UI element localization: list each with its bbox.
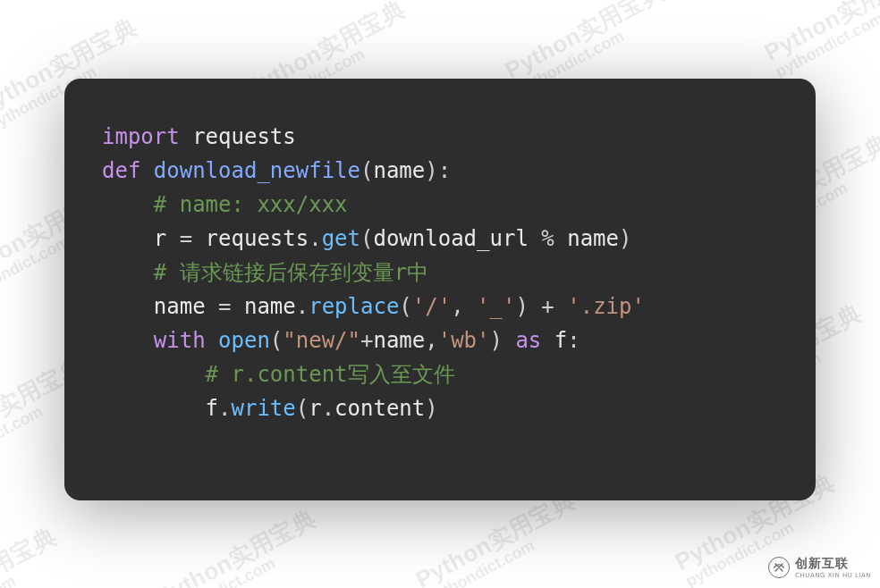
logo-icon xyxy=(768,557,790,578)
comment: # name: xxx/xxx xyxy=(154,192,348,217)
watermark: Python实用宝典pythondict.com xyxy=(412,488,588,588)
comment: # 请求链接后保存到变量r中 xyxy=(154,260,428,285)
watermark: Python实用宝典pythondict.com xyxy=(761,0,880,80)
logo-text: 创新互联 CHUANG XIN HU LIAN xyxy=(795,556,871,579)
brand-logo: 创新互联 CHUANG XIN HU LIAN xyxy=(768,556,871,579)
watermark: Python实用宝典pythondict.com xyxy=(0,524,68,588)
kw-import: import xyxy=(102,124,180,149)
code-card-inner: import requests def download_newfile(nam… xyxy=(64,79,816,500)
kw-def: def xyxy=(102,158,140,183)
module-name: requests xyxy=(192,124,296,149)
function-name: download_newfile xyxy=(154,158,360,183)
comment: # r.content写入至文件 xyxy=(206,362,455,387)
code-card: import requests def download_newfile(nam… xyxy=(64,79,816,500)
param-name: name xyxy=(373,158,425,183)
code-block: import requests def download_newfile(nam… xyxy=(102,120,805,425)
watermark: Python实用宝典pythondict.com xyxy=(153,506,328,588)
